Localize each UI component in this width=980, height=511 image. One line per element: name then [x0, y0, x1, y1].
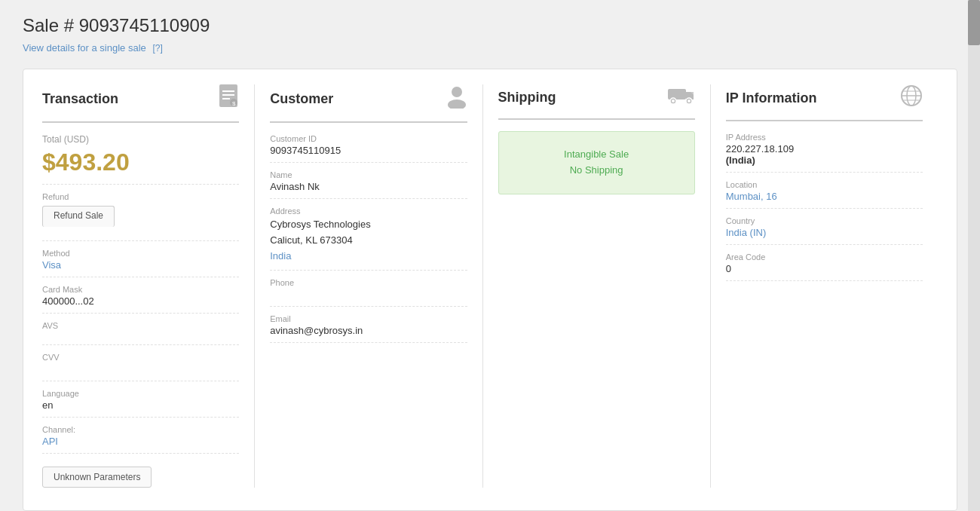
phone-value [270, 289, 467, 307]
ip-address-label: IP Address [726, 133, 923, 142]
main-card: Transaction $ Total (USD) [23, 69, 957, 511]
customer-name-label: Name [270, 170, 467, 179]
unknown-params-button[interactable]: Unknown Parameters [42, 467, 152, 488]
phone-label: Phone [270, 278, 467, 287]
location-label: Location [726, 180, 923, 189]
customer-icon [446, 84, 467, 114]
refund-label: Refund [42, 192, 239, 201]
channel-label: Channel: [42, 425, 239, 434]
location-value: Mumbai, 16 [726, 191, 923, 209]
customer-id-label: Customer ID [270, 134, 467, 143]
transaction-header: Transaction $ [42, 84, 239, 123]
area-code-value: 0 [726, 263, 923, 281]
transaction-section: Transaction $ Total (USD) [42, 84, 255, 488]
avs-label: AVS [42, 321, 239, 330]
svg-point-7 [448, 99, 466, 109]
total-label: Total (USD) [42, 134, 239, 145]
country-label: Country [726, 216, 923, 225]
view-details-link[interactable]: View details for a single sale [23, 42, 149, 54]
ip-info-header: IP Information [726, 84, 923, 121]
country-value: India (IN) [726, 227, 923, 245]
customer-address-value: Cybrosys Technologies Calicut, KL 673304… [270, 217, 467, 271]
total-amount: $493.20 [42, 148, 239, 185]
card-mask-value: 400000...02 [42, 295, 239, 314]
help-link[interactable]: [?] [152, 43, 162, 54]
customer-id-value: 9093745110915 [270, 145, 467, 163]
svg-rect-3 [222, 98, 230, 99]
language-value: en [42, 399, 239, 418]
ip-address-value: 220.227.18.109 (India) [726, 143, 923, 173]
svg-point-14 [688, 99, 691, 103]
scrollbar-thumb[interactable] [968, 0, 980, 45]
card-mask-label: Card Mask [42, 285, 239, 294]
ip-info-section: IP Information IP Address 2 [711, 84, 938, 488]
cvv-value [42, 363, 239, 381]
avs-value [42, 332, 239, 345]
svg-point-6 [452, 87, 462, 97]
svg-rect-2 [222, 94, 234, 96]
customer-header: Customer [270, 84, 467, 123]
transaction-icon: $ [218, 84, 239, 114]
customer-section: Customer Customer ID 9093745110915 Name … [255, 84, 482, 488]
method-value: Visa [42, 259, 239, 277]
shipping-title: Shipping [498, 90, 556, 106]
email-label: Email [270, 314, 467, 323]
method-label: Method [42, 249, 239, 258]
svg-point-12 [672, 99, 675, 103]
shipping-section: Shipping [483, 84, 711, 488]
intangible-line1: Intangible Sale [507, 147, 687, 163]
channel-value: API [42, 436, 239, 454]
transaction-title: Transaction [42, 91, 118, 107]
shipping-icon [668, 84, 695, 111]
customer-address-label: Address [270, 207, 467, 216]
svg-rect-8 [668, 89, 686, 99]
ip-info-title: IP Information [726, 90, 817, 106]
shipping-header: Shipping [498, 84, 695, 120]
customer-name-value: Avinash Nk [270, 181, 467, 199]
cvv-label: CVV [42, 353, 239, 362]
globe-icon [900, 84, 923, 112]
scrollbar[interactable] [968, 0, 980, 511]
language-label: Language [42, 389, 239, 398]
svg-rect-1 [222, 90, 234, 92]
refund-sale-button[interactable]: Refund Sale [42, 206, 115, 227]
intangible-sale-box: Intangible Sale No Shipping [498, 131, 695, 194]
email-value: avinash@cybrosys.in [270, 325, 467, 343]
intangible-line2: No Shipping [507, 163, 687, 179]
area-code-label: Area Code [726, 252, 923, 262]
customer-title: Customer [270, 91, 333, 107]
svg-text:$: $ [232, 100, 236, 107]
page-title: Sale # 9093745110909 [23, 15, 957, 36]
